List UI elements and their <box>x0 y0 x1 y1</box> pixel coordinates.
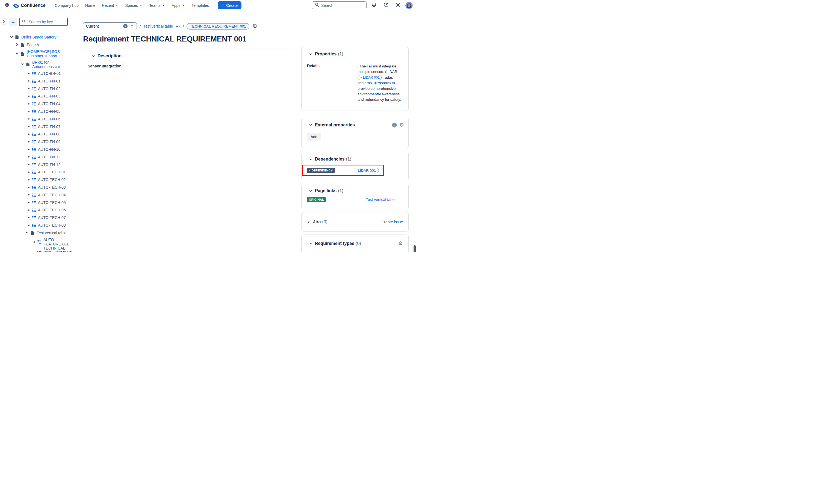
chevron-down-icon[interactable] <box>9 35 14 39</box>
tree-item-technical-requirement-001[interactable]: TECHNICAL REQUIREMENT 001 <box>4 247 73 252</box>
gear-icon[interactable]: ⚙ <box>399 122 404 128</box>
nav-item-company-hub[interactable]: Company hub <box>52 2 81 9</box>
tree-item-driller-space-battery[interactable]: Driller Space Battery <box>4 33 73 41</box>
nav-item-home[interactable]: Home <box>82 2 98 9</box>
clear-icon[interactable]: ✕ <box>123 24 128 28</box>
expand-panel-button[interactable] <box>1 18 7 25</box>
tree-item-auto-fn-11[interactable]: AUTO-FN-11 <box>4 153 73 161</box>
notifications-button[interactable] <box>369 1 379 10</box>
chevron-down-icon[interactable] <box>21 62 24 66</box>
nav-item-teams[interactable]: Teams <box>147 1 168 9</box>
create-button[interactable]: + Create <box>218 1 241 9</box>
copy-button[interactable] <box>252 23 258 29</box>
tree-item-auto-fn-06[interactable]: AUTO-FN-06 <box>4 115 73 123</box>
tree-item-auto-fn-03[interactable]: AUTO-FN-03 <box>4 92 73 100</box>
help-icon[interactable]: ? <box>392 123 397 128</box>
bullet-icon <box>27 103 31 105</box>
jira-heading: Jira <box>313 219 321 224</box>
tree-item-auto-tech-04[interactable]: AUTO-TECH-04 <box>4 191 73 199</box>
bullet-icon <box>27 217 31 218</box>
task-list-icon <box>32 223 36 228</box>
tree-item-auto-fn-02[interactable]: AUTO-FN-02 <box>4 85 73 92</box>
create-issue-button[interactable]: Create issue <box>381 220 403 224</box>
chevron-down-icon[interactable] <box>309 52 312 56</box>
task-list-icon <box>32 125 36 129</box>
tree-item-auto-tech-02[interactable]: AUTO-TECH-02 <box>4 176 73 183</box>
bullet-icon <box>27 80 31 82</box>
tree-item-auto-tech-07[interactable]: AUTO-TECH-07 <box>4 214 73 221</box>
bullet-icon <box>27 133 31 135</box>
breadcrumb-current-chip[interactable]: TECHNICAL REQUIREMENT 001 <box>186 23 250 29</box>
property-label: Details <box>307 63 358 103</box>
tree-item-auto-fn-07[interactable]: AUTO-FN-07 <box>4 123 73 131</box>
search-by-key-input[interactable] <box>29 20 64 24</box>
gear-icon <box>395 2 401 9</box>
external-properties-card: External properties ? ⚙ Add <box>301 118 409 148</box>
breadcrumb-parent-link[interactable]: Test vertical table <box>144 24 173 28</box>
nav-item-apps[interactable]: Apps <box>169 1 188 9</box>
chevron-down-icon[interactable] <box>92 54 95 58</box>
user-avatar[interactable] <box>405 2 413 9</box>
chevron-down-icon <box>182 3 185 8</box>
chevron-down-icon[interactable] <box>25 231 29 235</box>
help-button[interactable] <box>381 1 391 10</box>
tree-item-test-vertical-table[interactable]: Test vertical table <box>4 229 73 237</box>
tree-item-auto-br-01[interactable]: AUTO-BR-01 <box>4 70 73 77</box>
bullet-icon <box>27 141 31 142</box>
global-search[interactable] <box>312 1 367 9</box>
tree-item-br-01-for-autonomous-car[interactable]: BR-01 for Autonomous car <box>4 59 73 70</box>
settings-button[interactable] <box>393 1 402 10</box>
tree-item-auto-fn-09[interactable]: AUTO-FN-09 <box>4 138 73 145</box>
chevron-down-icon[interactable] <box>309 242 312 245</box>
global-search-input[interactable] <box>321 3 360 8</box>
add-external-property-button[interactable]: Add <box>307 133 321 141</box>
requirement-types-count: (0) <box>356 241 361 246</box>
tree-item-auto-fn-01[interactable]: AUTO-FN-01 <box>4 77 73 85</box>
chevron-down-icon[interactable] <box>309 189 312 193</box>
confluence-logo[interactable]: Confluence <box>13 2 46 9</box>
page-tree: Driller Space BatteryPage A[HOMEPAGE] SO… <box>4 33 73 252</box>
tree-item-auto-fn-05[interactable]: AUTO-FN-05 <box>4 108 73 115</box>
requirement-types-card: Requirement types (0) ⚙ <box>301 235 409 252</box>
breadcrumb-separator: / <box>139 24 141 29</box>
page-link[interactable]: Test vertical table <box>366 197 395 202</box>
chevron-down-icon[interactable] <box>309 123 312 127</box>
tree-item-homepage-sos-customer-support[interactable]: [HOMEPAGE] SOS Customer support <box>4 49 73 59</box>
tree-item-auto-tech-03[interactable]: AUTO-TECH-03 <box>4 183 73 191</box>
dependency-target-chip[interactable]: LIDAR 001 <box>355 168 379 174</box>
task-list-icon <box>32 178 36 182</box>
chevron-right-icon[interactable] <box>307 220 311 223</box>
tree-item-auto-fn-10[interactable]: AUTO-FN-10 <box>4 145 73 153</box>
nav-item-spaces[interactable]: Spaces <box>122 1 145 9</box>
nav-item-recent[interactable]: Recent <box>99 1 121 9</box>
chevron-right-icon[interactable] <box>15 43 19 46</box>
tree-item-auto-tech-06[interactable]: AUTO-TECH-06 <box>4 206 73 214</box>
tree-item-auto-feature-001[interactable]: AUTO-FEATURE-001 <box>4 237 73 247</box>
search-by-key-field[interactable] <box>19 18 68 26</box>
page-icon <box>15 35 19 39</box>
text-caret <box>27 20 27 24</box>
tree-item-page-a[interactable]: Page A <box>4 41 73 49</box>
scrollbar-thumb[interactable] <box>414 245 416 252</box>
tree-item-auto-fn-08[interactable]: AUTO-FN-08 <box>4 131 73 138</box>
version-select[interactable]: Current ✕ <box>83 22 137 30</box>
lidar-link-chip[interactable]: ↗ LIDAR 001 <box>358 75 382 80</box>
nav-item-templates[interactable]: Templates <box>189 2 212 9</box>
app-switcher-button[interactable] <box>3 1 11 9</box>
tree-item-auto-tech-01[interactable]: AUTO-TECH-01 <box>4 168 73 176</box>
task-list-icon <box>32 86 36 91</box>
dependencies-heading: Dependencies <box>315 157 344 162</box>
back-button[interactable]: ← <box>9 18 17 26</box>
tree-item-auto-fn-12[interactable]: AUTO-FN-12 <box>4 161 73 168</box>
tree-item-auto-tech-08[interactable]: AUTO-TECH-08 <box>4 221 73 229</box>
gear-icon[interactable]: ⚙ <box>398 241 403 246</box>
dependencies-count: (1) <box>346 157 351 162</box>
properties-card: Properties (1) Details : The car must in… <box>301 47 409 111</box>
chevron-down-icon[interactable] <box>309 158 312 161</box>
task-list-icon <box>32 193 36 197</box>
tree-item-auto-fn-04[interactable]: AUTO-FN-04 <box>4 100 73 108</box>
chevron-down-icon[interactable] <box>15 52 19 55</box>
tree-item-auto-tech-05[interactable]: AUTO-TECH-05 <box>4 199 73 206</box>
breadcrumb-ellipsis-button[interactable]: ••• <box>176 24 180 28</box>
task-list-icon <box>32 147 36 152</box>
